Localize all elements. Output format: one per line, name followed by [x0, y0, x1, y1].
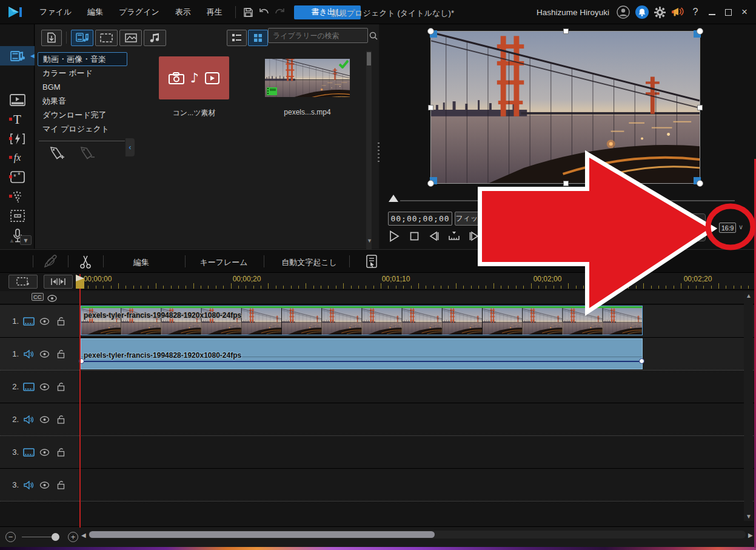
- next-frame-button[interactable]: [467, 229, 481, 243]
- category-sound-effects[interactable]: 効果音: [38, 94, 127, 108]
- category-my-projects[interactable]: マイ プロジェクト: [38, 122, 127, 136]
- account-icon[interactable]: [617, 5, 630, 19]
- minimize-icon[interactable]: [706, 7, 717, 18]
- menu-view[interactable]: 表示: [167, 7, 199, 18]
- eye-icon[interactable]: [36, 449, 53, 456]
- rail-mask-room[interactable]: [0, 206, 35, 226]
- lock-icon[interactable]: [53, 382, 69, 391]
- track-row[interactable]: 2.: [0, 371, 756, 403]
- resize-handle-ne[interactable]: [697, 28, 703, 35]
- timeline-ruler[interactable]: 00;00;00 00;00;20 00;01;10 00;02;00 00;0…: [79, 273, 756, 290]
- preview-viewport[interactable]: [430, 31, 700, 184]
- timeline-zoom-slider[interactable]: [22, 537, 57, 537]
- track-row[interactable]: 3.: [0, 469, 756, 501]
- track-row[interactable]: 2.: [0, 403, 756, 436]
- lock-icon[interactable]: [53, 317, 69, 326]
- eye-icon[interactable]: [47, 293, 57, 304]
- lock-icon[interactable]: [53, 448, 69, 457]
- timeline-playhead-flag[interactable]: [75, 273, 85, 289]
- library-scrollbar[interactable]: [366, 51, 372, 264]
- lock-icon[interactable]: [53, 480, 69, 489]
- library-search[interactable]: [268, 28, 368, 43]
- add-tag-icon[interactable]: [49, 146, 65, 164]
- filter-all-media-button[interactable]: [71, 30, 93, 46]
- video-clip[interactable]: pexels-tyler-francis-1994828-1920x1080-2…: [81, 306, 643, 335]
- rail-sticker-room[interactable]: **: [0, 167, 35, 187]
- list-view-button[interactable]: [227, 30, 247, 46]
- resize-handle-sw[interactable]: [427, 180, 434, 187]
- timecode-display[interactable]: 00;00;00;00: [388, 212, 452, 226]
- help-icon[interactable]: ?: [690, 7, 701, 18]
- rail-particle-room[interactable]: [0, 187, 35, 206]
- lock-icon[interactable]: [53, 415, 69, 424]
- resize-handle-e[interactable]: [697, 105, 703, 110]
- filter-audio-button[interactable]: [144, 30, 166, 46]
- zoom-slider-thumb[interactable]: [52, 533, 59, 541]
- close-icon[interactable]: ×: [739, 7, 750, 18]
- undo-icon[interactable]: [256, 4, 272, 20]
- scroll-right-icon[interactable]: ▶: [748, 532, 753, 538]
- chevron-down-icon[interactable]: ∨: [738, 223, 743, 231]
- filter-photo-button[interactable]: [119, 30, 142, 46]
- timeline-hscrollbar[interactable]: [89, 531, 746, 538]
- aspect-ratio-button[interactable]: 16:9: [719, 223, 736, 233]
- auto-transcribe-button[interactable]: 自動文字起こし: [281, 257, 337, 268]
- promotion-megaphone-icon[interactable]: [671, 7, 684, 18]
- notifications-icon[interactable]: [635, 5, 649, 19]
- video-asset-tile[interactable]: [265, 59, 350, 97]
- rail-transition-room[interactable]: [0, 129, 35, 149]
- settings-gear-icon[interactable]: [654, 7, 666, 18]
- grid-view-button[interactable]: [248, 30, 268, 46]
- category-bgm[interactable]: BGM: [38, 80, 127, 94]
- resize-handle-se[interactable]: [697, 180, 703, 187]
- rail-media-room[interactable]: ◀: [0, 46, 35, 65]
- rail-overlay-room[interactable]: [0, 90, 35, 110]
- eye-icon[interactable]: [36, 481, 53, 489]
- scroll-down-icon[interactable]: ▼: [367, 238, 372, 244]
- seek-playhead[interactable]: [389, 195, 398, 202]
- volume-keyframe[interactable]: [639, 358, 644, 364]
- resize-handle-n[interactable]: [563, 29, 569, 34]
- snapshot-marker-button[interactable]: [447, 229, 461, 243]
- previous-frame-button[interactable]: [427, 229, 441, 243]
- menu-file[interactable]: ファイル: [32, 7, 79, 18]
- track-manager-button[interactable]: [44, 275, 73, 289]
- lock-icon[interactable]: [53, 349, 69, 358]
- save-icon[interactable]: [241, 4, 256, 20]
- eye-icon[interactable]: [36, 350, 53, 358]
- eye-icon[interactable]: [36, 416, 53, 423]
- library-collapse-icon[interactable]: ‹: [125, 138, 135, 156]
- scroll-up-icon[interactable]: ▲: [746, 292, 752, 299]
- zoom-in-button[interactable]: +: [68, 532, 78, 542]
- resize-handle-s[interactable]: [563, 181, 569, 186]
- search-input[interactable]: [269, 32, 369, 40]
- undock-preview-button[interactable]: [668, 213, 706, 241]
- scroll-down-icon[interactable]: ▼: [746, 513, 752, 520]
- resize-handle-nw[interactable]: [427, 28, 434, 35]
- timeline-vscrollbar[interactable]: [744, 292, 753, 521]
- preview-seekbar[interactable]: [400, 200, 735, 201]
- hscroll-thumb[interactable]: [89, 531, 435, 538]
- resize-handle-w[interactable]: [428, 105, 433, 110]
- audio-clip[interactable]: pexels-tyler-francis-1994828-1920x1080-2…: [81, 338, 643, 369]
- menu-play[interactable]: 再生: [199, 7, 230, 18]
- volume-line[interactable]: [81, 361, 642, 362]
- rail-collapse-icon[interactable]: ◀: [30, 53, 35, 59]
- edit-button[interactable]: 編集: [133, 257, 149, 268]
- eye-icon[interactable]: [36, 318, 53, 325]
- category-color-boards[interactable]: カラー ボード: [38, 66, 127, 80]
- timeline-playhead[interactable]: [79, 274, 81, 528]
- transcript-panel-icon[interactable]: [365, 255, 378, 270]
- eye-icon[interactable]: [36, 383, 53, 391]
- play-button[interactable]: [387, 229, 401, 243]
- cc-icon[interactable]: CC: [32, 293, 44, 301]
- rail-effect-room[interactable]: fx: [0, 148, 35, 167]
- menu-plugins[interactable]: プラグイン: [111, 7, 167, 18]
- menu-edit[interactable]: 編集: [79, 7, 111, 18]
- add-track-button[interactable]: [8, 275, 38, 289]
- import-media-button[interactable]: [41, 30, 62, 46]
- zoom-fit-dropdown[interactable]: フィット: [455, 212, 486, 226]
- scroll-left-icon[interactable]: ◀: [81, 532, 86, 538]
- split-scissors-icon[interactable]: [79, 255, 92, 271]
- category-downloaded[interactable]: ダウンロード完了: [38, 108, 127, 122]
